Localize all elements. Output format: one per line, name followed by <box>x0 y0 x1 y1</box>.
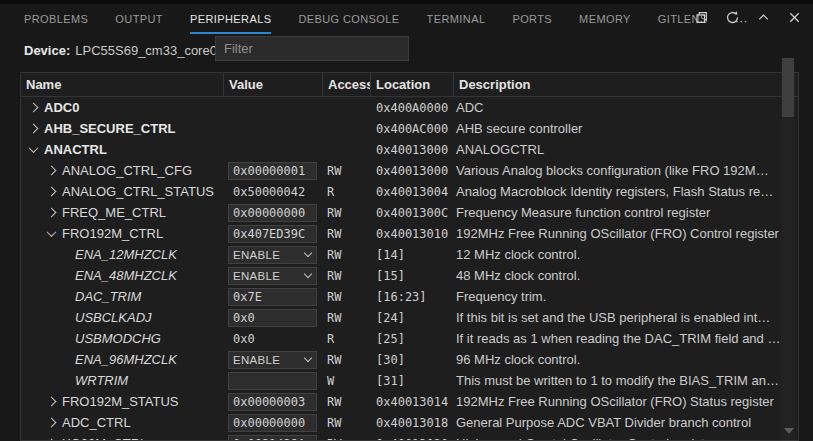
expander-icon[interactable] <box>47 227 57 237</box>
name-cell: FRO192M_CTRL <box>21 226 224 241</box>
table-row-adc0[interactable]: ADC0 0x400A0000 ADC <box>21 97 798 118</box>
value-select-ena_12mhzclk[interactable]: ENABLE <box>228 246 317 264</box>
access-cell: RW <box>323 290 371 304</box>
value-input-freq_me_ctrl[interactable] <box>228 204 317 222</box>
description-cell: 48 MHz clock control. <box>454 268 798 283</box>
tab-output[interactable]: OUTPUT <box>115 4 163 34</box>
table-row-analog_ctrl_cfg[interactable]: ANALOG_CTRL_CFG RW 0x40013000 Various An… <box>21 160 798 181</box>
register-name: ANALOG_CTRL_CFG <box>62 163 192 178</box>
value-select-ena_48mhzclk[interactable]: ENABLE <box>228 267 317 285</box>
register-name: AHB_SECURE_CTRL <box>44 121 175 136</box>
tab-bar: PROBLEMSOUTPUTPERIPHERALSDEBUG CONSOLETE… <box>0 4 735 34</box>
column-header-name: Name <box>21 73 224 96</box>
description-cell: This must be written to 1 to modify the … <box>454 373 798 388</box>
refresh-icon[interactable] <box>721 6 743 28</box>
value-cell <box>224 393 323 411</box>
tab-peripherals[interactable]: PERIPHERALS <box>190 4 271 34</box>
value-input-adc_ctrl[interactable] <box>228 414 317 432</box>
table-row-wrtrim[interactable]: WRTRIM W [31] This must be written to 1 … <box>21 370 798 391</box>
value-input-analog_ctrl_cfg[interactable] <box>228 162 317 180</box>
table-row-analog_ctrl_status[interactable]: ANALOG_CTRL_STATUS 0x50000042 R 0x400130… <box>21 181 798 202</box>
name-cell: DAC_TRIM <box>21 289 224 304</box>
value-input-xo32m_ctrl[interactable] <box>228 435 317 441</box>
register-name: USBMODCHG <box>75 331 161 346</box>
table-row-ahb_secure_ctrl[interactable]: AHB_SECURE_CTRL 0x400AC000 AHB secure co… <box>21 118 798 139</box>
register-name: USBCLKADJ <box>75 310 152 325</box>
table-row-dac_trim[interactable]: DAC_TRIM RW [16:23] Frequency trim. <box>21 286 798 307</box>
table-row-ena_48mhzclk[interactable]: ENA_48MHZCLK ENABLE RW [15] 48 MHz clock… <box>21 265 798 286</box>
table-row-anactrl[interactable]: ANACTRL 0x40013000 ANALOGCTRL <box>21 139 798 160</box>
value-readonly: 0x50000042 <box>228 185 305 199</box>
tab-memory[interactable]: MEMORY <box>579 4 631 34</box>
location-cell: [16:23] <box>371 290 454 304</box>
register-name: WRTRIM <box>75 373 128 388</box>
name-cell: FREQ_ME_CTRL <box>21 205 224 220</box>
access-cell: R <box>323 185 371 199</box>
tab-problems[interactable]: PROBLEMS <box>24 4 88 34</box>
expander-icon[interactable] <box>47 166 57 176</box>
expander-icon[interactable] <box>29 103 39 113</box>
table-row-fro192m_ctrl[interactable]: FRO192M_CTRL RW 0x40013010 192MHz Free R… <box>21 223 798 244</box>
value-cell: ENABLE <box>224 246 323 264</box>
chevron-up-icon[interactable] <box>752 6 774 28</box>
name-cell: AHB_SECURE_CTRL <box>21 121 224 136</box>
location-cell: 0x40013010 <box>371 227 454 241</box>
value-cell <box>224 414 323 432</box>
expander-icon[interactable] <box>47 187 57 197</box>
value-input-fro192m_ctrl[interactable] <box>228 225 317 243</box>
chevron-down-icon <box>304 270 312 278</box>
table-row-ena_12mhzclk[interactable]: ENA_12MHZCLK ENABLE RW [14] 12 MHz clock… <box>21 244 798 265</box>
table-row-usbmodchg[interactable]: USBMODCHG 0x0 R [25] If it reads as 1 wh… <box>21 328 798 349</box>
tab-debug-console[interactable]: DEBUG CONSOLE <box>298 4 399 34</box>
value-input-usbclkadj[interactable] <box>228 309 317 327</box>
filter-input[interactable] <box>215 36 409 61</box>
expander-icon[interactable] <box>29 143 39 153</box>
table-row-ena_96mhzclk[interactable]: ENA_96MHZCLK ENABLE RW [30] 96 MHz clock… <box>21 349 798 370</box>
selected-option: ENABLE <box>233 247 280 263</box>
expander-icon[interactable] <box>47 418 57 428</box>
close-icon[interactable] <box>783 6 805 28</box>
table-row-freq_me_ctrl[interactable]: FREQ_ME_CTRL RW 0x4001300C Frequency Mea… <box>21 202 798 223</box>
value-input-fro192m_status[interactable] <box>228 393 317 411</box>
expander-icon[interactable] <box>29 124 39 134</box>
name-cell: USBCLKADJ <box>21 310 224 325</box>
scrollbar-thumb[interactable] <box>782 58 794 117</box>
value-cell <box>224 204 323 222</box>
table-row-adc_ctrl[interactable]: ADC_CTRL RW 0x40013018 General Purpose A… <box>21 412 798 433</box>
tab-terminal[interactable]: TERMINAL <box>427 4 486 34</box>
value-cell: 0x0 <box>224 332 323 346</box>
tab-ports[interactable]: PORTS <box>512 4 552 34</box>
value-select-ena_96mhzclk[interactable]: ENABLE <box>228 351 317 369</box>
access-cell: RW <box>323 311 371 325</box>
column-header-access: Access <box>323 73 371 96</box>
name-cell: ENA_96MHZCLK <box>21 352 224 367</box>
location-cell: 0x40013000 <box>371 164 454 178</box>
location-cell: 0x400AC000 <box>371 122 454 136</box>
value-input-dac_trim[interactable] <box>228 288 317 306</box>
register-name: FRO192M_STATUS <box>62 394 179 409</box>
scroll-down-arrow-icon[interactable] <box>784 428 794 434</box>
description-cell: 192MHz Free Running OScillator (FRO) Sta… <box>454 394 798 409</box>
table-row-usbclkadj[interactable]: USBCLKADJ RW [24] If this bit is set and… <box>21 307 798 328</box>
access-cell: W <box>323 374 371 388</box>
table-row-fro192m_status[interactable]: FRO192M_STATUS RW 0x40013014 192MHz Free… <box>21 391 798 412</box>
name-cell: ENA_48MHZCLK <box>21 268 224 283</box>
description-cell: Frequency Measure function control regis… <box>454 205 798 220</box>
column-header-value: Value <box>224 73 323 96</box>
access-cell: RW <box>323 437 371 441</box>
register-name: FREQ_ME_CTRL <box>62 205 166 220</box>
table-row-xo32m_ctrl[interactable]: XO32M_CTRL RW 0x40013020 High speed Crys… <box>21 433 798 441</box>
expander-icon[interactable] <box>47 208 57 218</box>
location-cell: [30] <box>371 353 454 367</box>
name-cell: ANALOG_CTRL_CFG <box>21 163 224 178</box>
value-input-wrtrim[interactable] <box>228 372 317 390</box>
restore-panel-icon[interactable] <box>690 6 712 28</box>
value-cell <box>224 288 323 306</box>
expander-icon[interactable] <box>47 397 57 407</box>
register-name: FRO192M_CTRL <box>62 226 163 241</box>
description-cell: If it reads as 1 when reading the DAC_TR… <box>454 331 798 346</box>
device-toolbar: Device: LPC55S69_cm33_core0 <box>24 38 217 62</box>
selected-option: ENABLE <box>233 268 280 284</box>
device-value: LPC55S69_cm33_core0 <box>75 43 217 58</box>
location-cell: [15] <box>371 269 454 283</box>
